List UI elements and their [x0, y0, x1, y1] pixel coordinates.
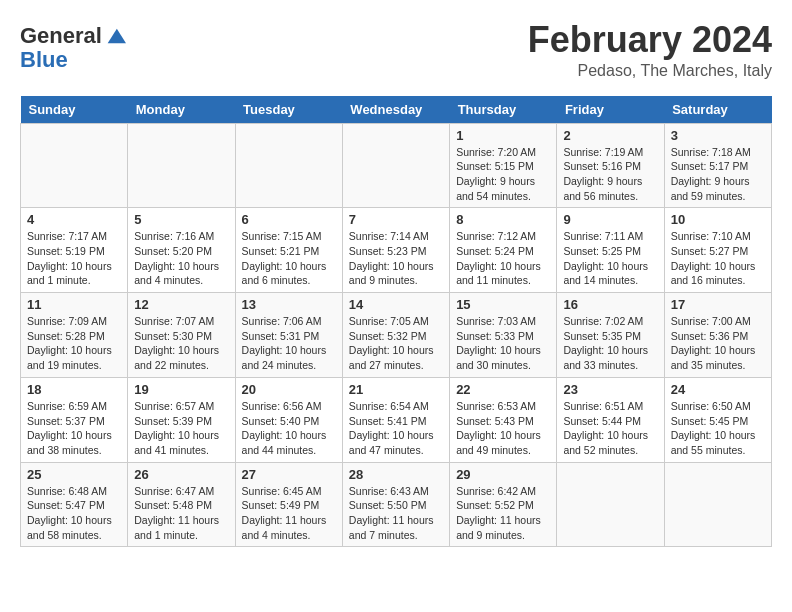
day-info: Sunrise: 7:06 AMSunset: 5:31 PMDaylight:…: [242, 314, 336, 373]
day-info: Sunrise: 7:05 AMSunset: 5:32 PMDaylight:…: [349, 314, 443, 373]
day-number: 13: [242, 297, 336, 312]
calendar-cell: 12Sunrise: 7:07 AMSunset: 5:30 PMDayligh…: [128, 293, 235, 378]
day-number: 20: [242, 382, 336, 397]
day-info: Sunrise: 6:56 AMSunset: 5:40 PMDaylight:…: [242, 399, 336, 458]
day-info: Sunrise: 7:00 AMSunset: 5:36 PMDaylight:…: [671, 314, 765, 373]
day-number: 16: [563, 297, 657, 312]
day-info: Sunrise: 7:03 AMSunset: 5:33 PMDaylight:…: [456, 314, 550, 373]
calendar-cell: [664, 462, 771, 547]
day-number: 19: [134, 382, 228, 397]
calendar-cell: 6Sunrise: 7:15 AMSunset: 5:21 PMDaylight…: [235, 208, 342, 293]
header-day-thursday: Thursday: [450, 96, 557, 124]
calendar-cell: 26Sunrise: 6:47 AMSunset: 5:48 PMDayligh…: [128, 462, 235, 547]
svg-marker-0: [108, 29, 126, 44]
day-number: 4: [27, 212, 121, 227]
calendar-cell: 27Sunrise: 6:45 AMSunset: 5:49 PMDayligh…: [235, 462, 342, 547]
day-number: 17: [671, 297, 765, 312]
calendar-cell: 13Sunrise: 7:06 AMSunset: 5:31 PMDayligh…: [235, 293, 342, 378]
day-number: 5: [134, 212, 228, 227]
calendar-cell: 11Sunrise: 7:09 AMSunset: 5:28 PMDayligh…: [21, 293, 128, 378]
calendar-cell: 8Sunrise: 7:12 AMSunset: 5:24 PMDaylight…: [450, 208, 557, 293]
calendar-cell: 9Sunrise: 7:11 AMSunset: 5:25 PMDaylight…: [557, 208, 664, 293]
calendar-table: SundayMondayTuesdayWednesdayThursdayFrid…: [20, 96, 772, 548]
calendar-cell: 16Sunrise: 7:02 AMSunset: 5:35 PMDayligh…: [557, 293, 664, 378]
calendar-cell: 25Sunrise: 6:48 AMSunset: 5:47 PMDayligh…: [21, 462, 128, 547]
day-number: 28: [349, 467, 443, 482]
day-info: Sunrise: 6:53 AMSunset: 5:43 PMDaylight:…: [456, 399, 550, 458]
week-row-3: 18Sunrise: 6:59 AMSunset: 5:37 PMDayligh…: [21, 377, 772, 462]
day-info: Sunrise: 7:18 AMSunset: 5:17 PMDaylight:…: [671, 145, 765, 204]
day-number: 15: [456, 297, 550, 312]
day-info: Sunrise: 6:48 AMSunset: 5:47 PMDaylight:…: [27, 484, 121, 543]
day-number: 2: [563, 128, 657, 143]
day-number: 8: [456, 212, 550, 227]
calendar-cell: 3Sunrise: 7:18 AMSunset: 5:17 PMDaylight…: [664, 123, 771, 208]
day-number: 26: [134, 467, 228, 482]
calendar-cell: 5Sunrise: 7:16 AMSunset: 5:20 PMDaylight…: [128, 208, 235, 293]
day-number: 18: [27, 382, 121, 397]
day-info: Sunrise: 6:54 AMSunset: 5:41 PMDaylight:…: [349, 399, 443, 458]
header-day-sunday: Sunday: [21, 96, 128, 124]
calendar-cell: 23Sunrise: 6:51 AMSunset: 5:44 PMDayligh…: [557, 377, 664, 462]
day-info: Sunrise: 7:14 AMSunset: 5:23 PMDaylight:…: [349, 229, 443, 288]
calendar-cell: 24Sunrise: 6:50 AMSunset: 5:45 PMDayligh…: [664, 377, 771, 462]
day-info: Sunrise: 6:57 AMSunset: 5:39 PMDaylight:…: [134, 399, 228, 458]
day-number: 25: [27, 467, 121, 482]
week-row-4: 25Sunrise: 6:48 AMSunset: 5:47 PMDayligh…: [21, 462, 772, 547]
week-row-2: 11Sunrise: 7:09 AMSunset: 5:28 PMDayligh…: [21, 293, 772, 378]
day-info: Sunrise: 7:20 AMSunset: 5:15 PMDaylight:…: [456, 145, 550, 204]
week-row-0: 1Sunrise: 7:20 AMSunset: 5:15 PMDaylight…: [21, 123, 772, 208]
day-number: 12: [134, 297, 228, 312]
day-info: Sunrise: 6:50 AMSunset: 5:45 PMDaylight:…: [671, 399, 765, 458]
subtitle: Pedaso, The Marches, Italy: [528, 62, 772, 80]
calendar-cell: 7Sunrise: 7:14 AMSunset: 5:23 PMDaylight…: [342, 208, 449, 293]
week-row-1: 4Sunrise: 7:17 AMSunset: 5:19 PMDaylight…: [21, 208, 772, 293]
calendar-cell: [128, 123, 235, 208]
day-number: 11: [27, 297, 121, 312]
logo-icon: [104, 25, 126, 47]
logo-blue-text: Blue: [20, 48, 126, 72]
calendar-cell: 17Sunrise: 7:00 AMSunset: 5:36 PMDayligh…: [664, 293, 771, 378]
logo: General Blue: [20, 24, 126, 72]
calendar-cell: 22Sunrise: 6:53 AMSunset: 5:43 PMDayligh…: [450, 377, 557, 462]
day-number: 3: [671, 128, 765, 143]
day-info: Sunrise: 6:59 AMSunset: 5:37 PMDaylight:…: [27, 399, 121, 458]
header-day-friday: Friday: [557, 96, 664, 124]
day-info: Sunrise: 7:16 AMSunset: 5:20 PMDaylight:…: [134, 229, 228, 288]
calendar-cell: [235, 123, 342, 208]
day-info: Sunrise: 7:09 AMSunset: 5:28 PMDaylight:…: [27, 314, 121, 373]
day-info: Sunrise: 6:42 AMSunset: 5:52 PMDaylight:…: [456, 484, 550, 543]
calendar-cell: 18Sunrise: 6:59 AMSunset: 5:37 PMDayligh…: [21, 377, 128, 462]
day-number: 10: [671, 212, 765, 227]
logo-general-text: General: [20, 24, 102, 48]
day-number: 22: [456, 382, 550, 397]
calendar-cell: 10Sunrise: 7:10 AMSunset: 5:27 PMDayligh…: [664, 208, 771, 293]
day-info: Sunrise: 6:45 AMSunset: 5:49 PMDaylight:…: [242, 484, 336, 543]
day-number: 9: [563, 212, 657, 227]
calendar-cell: 1Sunrise: 7:20 AMSunset: 5:15 PMDaylight…: [450, 123, 557, 208]
calendar-cell: 28Sunrise: 6:43 AMSunset: 5:50 PMDayligh…: [342, 462, 449, 547]
day-info: Sunrise: 6:47 AMSunset: 5:48 PMDaylight:…: [134, 484, 228, 543]
day-info: Sunrise: 7:10 AMSunset: 5:27 PMDaylight:…: [671, 229, 765, 288]
calendar-cell: 29Sunrise: 6:42 AMSunset: 5:52 PMDayligh…: [450, 462, 557, 547]
day-number: 6: [242, 212, 336, 227]
calendar-cell: 21Sunrise: 6:54 AMSunset: 5:41 PMDayligh…: [342, 377, 449, 462]
day-info: Sunrise: 7:02 AMSunset: 5:35 PMDaylight:…: [563, 314, 657, 373]
calendar-cell: 19Sunrise: 6:57 AMSunset: 5:39 PMDayligh…: [128, 377, 235, 462]
day-number: 27: [242, 467, 336, 482]
title-area: February 2024 Pedaso, The Marches, Italy: [528, 20, 772, 80]
day-number: 24: [671, 382, 765, 397]
day-number: 21: [349, 382, 443, 397]
calendar-header-row: SundayMondayTuesdayWednesdayThursdayFrid…: [21, 96, 772, 124]
header-day-tuesday: Tuesday: [235, 96, 342, 124]
day-info: Sunrise: 7:12 AMSunset: 5:24 PMDaylight:…: [456, 229, 550, 288]
calendar-cell: 2Sunrise: 7:19 AMSunset: 5:16 PMDaylight…: [557, 123, 664, 208]
header-day-wednesday: Wednesday: [342, 96, 449, 124]
month-title: February 2024: [528, 20, 772, 60]
day-number: 1: [456, 128, 550, 143]
day-number: 14: [349, 297, 443, 312]
header: General Blue February 2024 Pedaso, The M…: [20, 20, 772, 80]
day-info: Sunrise: 7:15 AMSunset: 5:21 PMDaylight:…: [242, 229, 336, 288]
calendar-cell: [557, 462, 664, 547]
day-number: 29: [456, 467, 550, 482]
